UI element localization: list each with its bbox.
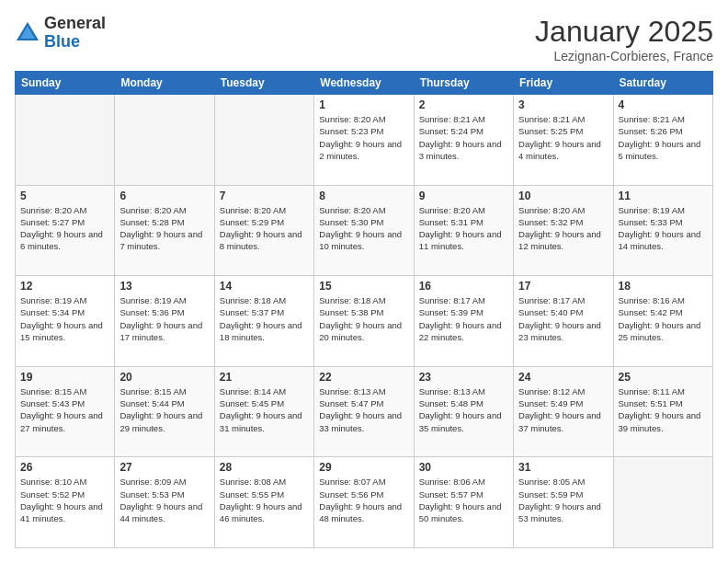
day-number: 30 <box>419 461 508 474</box>
day-info: Sunrise: 8:06 AMSunset: 5:57 PMDaylight:… <box>419 476 508 524</box>
day-info: Sunrise: 8:17 AMSunset: 5:39 PMDaylight:… <box>419 294 508 343</box>
header: General Blue January 2025 Lezignan-Corbi… <box>15 15 713 63</box>
day-number: 14 <box>220 280 309 293</box>
day-number: 22 <box>319 371 408 384</box>
day-info: Sunrise: 8:19 AMSunset: 5:36 PMDaylight:… <box>119 294 209 343</box>
calendar-cell: 1Sunrise: 8:20 AMSunset: 5:23 PMDaylight… <box>314 95 414 186</box>
calendar-cell: 4Sunrise: 8:21 AMSunset: 5:26 PMDaylight… <box>613 95 712 186</box>
calendar-cell: 18Sunrise: 8:16 AMSunset: 5:42 PMDayligh… <box>613 276 712 367</box>
col-header-saturday: Saturday <box>613 72 712 95</box>
day-info: Sunrise: 8:20 AMSunset: 5:31 PMDaylight:… <box>419 204 508 253</box>
day-number: 26 <box>20 461 109 474</box>
day-number: 13 <box>119 280 209 293</box>
day-info: Sunrise: 8:13 AMSunset: 5:48 PMDaylight:… <box>419 385 508 434</box>
day-number: 21 <box>220 371 309 384</box>
calendar-cell: 28Sunrise: 8:08 AMSunset: 5:55 PMDayligh… <box>214 457 313 548</box>
day-info: Sunrise: 8:16 AMSunset: 5:42 PMDaylight:… <box>619 294 708 343</box>
day-info: Sunrise: 8:19 AMSunset: 5:34 PMDaylight:… <box>20 294 109 343</box>
day-info: Sunrise: 8:21 AMSunset: 5:25 PMDaylight:… <box>518 113 608 162</box>
logo-general-text: General <box>44 14 106 32</box>
day-info: Sunrise: 8:11 AMSunset: 5:51 PMDaylight:… <box>619 385 708 434</box>
col-header-friday: Friday <box>514 72 613 95</box>
day-number: 7 <box>220 190 309 202</box>
day-number: 17 <box>518 280 608 293</box>
calendar-cell: 5Sunrise: 8:20 AMSunset: 5:27 PMDaylight… <box>16 185 115 276</box>
day-info: Sunrise: 8:21 AMSunset: 5:26 PMDaylight:… <box>619 113 708 162</box>
day-number: 2 <box>419 98 508 111</box>
day-info: Sunrise: 8:20 AMSunset: 5:29 PMDaylight:… <box>220 204 309 253</box>
calendar-cell: 13Sunrise: 8:19 AMSunset: 5:36 PMDayligh… <box>115 276 214 367</box>
day-number: 5 <box>20 190 109 202</box>
day-number: 28 <box>220 461 309 474</box>
calendar-header-row: SundayMondayTuesdayWednesdayThursdayFrid… <box>16 72 713 95</box>
day-info: Sunrise: 8:07 AMSunset: 5:56 PMDaylight:… <box>319 476 408 524</box>
day-number: 23 <box>419 371 508 384</box>
calendar-cell: 26Sunrise: 8:10 AMSunset: 5:52 PMDayligh… <box>16 457 115 548</box>
calendar-cell: 2Sunrise: 8:21 AMSunset: 5:24 PMDaylight… <box>414 95 513 186</box>
day-number: 6 <box>119 190 209 202</box>
calendar-week-row: 19Sunrise: 8:15 AMSunset: 5:43 PMDayligh… <box>16 366 713 457</box>
col-header-monday: Monday <box>115 72 214 95</box>
calendar-cell: 31Sunrise: 8:05 AMSunset: 5:59 PMDayligh… <box>514 457 613 548</box>
page: General Blue January 2025 Lezignan-Corbi… <box>0 0 728 563</box>
day-info: Sunrise: 8:08 AMSunset: 5:55 PMDaylight:… <box>220 476 309 524</box>
col-header-sunday: Sunday <box>16 72 115 95</box>
calendar-cell <box>115 95 214 186</box>
calendar-cell: 6Sunrise: 8:20 AMSunset: 5:28 PMDaylight… <box>115 185 214 276</box>
title-block: January 2025 Lezignan-Corbieres, France <box>535 15 713 63</box>
day-number: 20 <box>119 371 209 384</box>
calendar-cell: 21Sunrise: 8:14 AMSunset: 5:45 PMDayligh… <box>214 366 313 457</box>
logo-blue-text: Blue <box>44 32 80 51</box>
day-info: Sunrise: 8:14 AMSunset: 5:45 PMDaylight:… <box>220 385 309 434</box>
day-number: 3 <box>518 98 608 111</box>
col-header-tuesday: Tuesday <box>214 72 313 95</box>
day-number: 10 <box>518 190 608 202</box>
month-title: January 2025 <box>535 15 713 49</box>
day-info: Sunrise: 8:18 AMSunset: 5:37 PMDaylight:… <box>220 294 309 343</box>
day-info: Sunrise: 8:21 AMSunset: 5:24 PMDaylight:… <box>419 113 508 162</box>
calendar-cell: 24Sunrise: 8:12 AMSunset: 5:49 PMDayligh… <box>514 366 613 457</box>
calendar-cell: 9Sunrise: 8:20 AMSunset: 5:31 PMDaylight… <box>414 185 513 276</box>
calendar-cell: 22Sunrise: 8:13 AMSunset: 5:47 PMDayligh… <box>314 366 414 457</box>
calendar-cell <box>613 457 712 548</box>
day-number: 19 <box>20 371 109 384</box>
calendar-cell: 3Sunrise: 8:21 AMSunset: 5:25 PMDaylight… <box>514 95 613 186</box>
calendar-cell: 11Sunrise: 8:19 AMSunset: 5:33 PMDayligh… <box>613 185 712 276</box>
day-number: 4 <box>619 98 708 111</box>
calendar-cell: 29Sunrise: 8:07 AMSunset: 5:56 PMDayligh… <box>314 457 414 548</box>
logo-text: General Blue <box>44 15 106 52</box>
day-info: Sunrise: 8:09 AMSunset: 5:53 PMDaylight:… <box>119 476 209 524</box>
calendar-cell: 20Sunrise: 8:15 AMSunset: 5:44 PMDayligh… <box>115 366 214 457</box>
calendar-cell: 30Sunrise: 8:06 AMSunset: 5:57 PMDayligh… <box>414 457 513 548</box>
day-info: Sunrise: 8:17 AMSunset: 5:40 PMDaylight:… <box>518 294 608 343</box>
calendar-week-row: 1Sunrise: 8:20 AMSunset: 5:23 PMDaylight… <box>16 95 713 186</box>
calendar-week-row: 5Sunrise: 8:20 AMSunset: 5:27 PMDaylight… <box>16 185 713 276</box>
day-info: Sunrise: 8:20 AMSunset: 5:32 PMDaylight:… <box>518 204 608 253</box>
calendar-cell <box>16 95 115 186</box>
day-number: 15 <box>319 280 408 293</box>
day-info: Sunrise: 8:20 AMSunset: 5:30 PMDaylight:… <box>319 204 408 253</box>
day-info: Sunrise: 8:18 AMSunset: 5:38 PMDaylight:… <box>319 294 408 343</box>
calendar-week-row: 26Sunrise: 8:10 AMSunset: 5:52 PMDayligh… <box>16 457 713 548</box>
calendar-cell: 12Sunrise: 8:19 AMSunset: 5:34 PMDayligh… <box>16 276 115 367</box>
day-info: Sunrise: 8:10 AMSunset: 5:52 PMDaylight:… <box>20 476 109 524</box>
day-number: 27 <box>119 461 209 474</box>
calendar-week-row: 12Sunrise: 8:19 AMSunset: 5:34 PMDayligh… <box>16 276 713 367</box>
day-info: Sunrise: 8:05 AMSunset: 5:59 PMDaylight:… <box>518 476 608 524</box>
calendar-cell <box>214 95 313 186</box>
day-info: Sunrise: 8:20 AMSunset: 5:28 PMDaylight:… <box>119 204 209 253</box>
day-number: 9 <box>419 190 508 202</box>
day-info: Sunrise: 8:15 AMSunset: 5:43 PMDaylight:… <box>20 385 109 434</box>
calendar-cell: 23Sunrise: 8:13 AMSunset: 5:48 PMDayligh… <box>414 366 513 457</box>
day-number: 8 <box>319 190 408 202</box>
calendar-cell: 19Sunrise: 8:15 AMSunset: 5:43 PMDayligh… <box>16 366 115 457</box>
calendar-cell: 10Sunrise: 8:20 AMSunset: 5:32 PMDayligh… <box>514 185 613 276</box>
day-number: 24 <box>518 371 608 384</box>
day-info: Sunrise: 8:20 AMSunset: 5:27 PMDaylight:… <box>20 204 109 253</box>
day-number: 12 <box>20 280 109 293</box>
calendar-table: SundayMondayTuesdayWednesdayThursdayFrid… <box>15 71 713 548</box>
day-number: 18 <box>619 280 708 293</box>
calendar-cell: 7Sunrise: 8:20 AMSunset: 5:29 PMDaylight… <box>214 185 313 276</box>
calendar-cell: 17Sunrise: 8:17 AMSunset: 5:40 PMDayligh… <box>514 276 613 367</box>
calendar-cell: 8Sunrise: 8:20 AMSunset: 5:30 PMDaylight… <box>314 185 414 276</box>
